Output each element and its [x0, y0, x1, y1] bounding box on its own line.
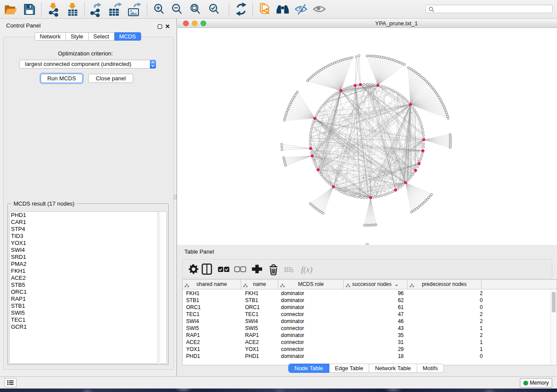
svg-text:f(x): f(x) [301, 265, 312, 275]
